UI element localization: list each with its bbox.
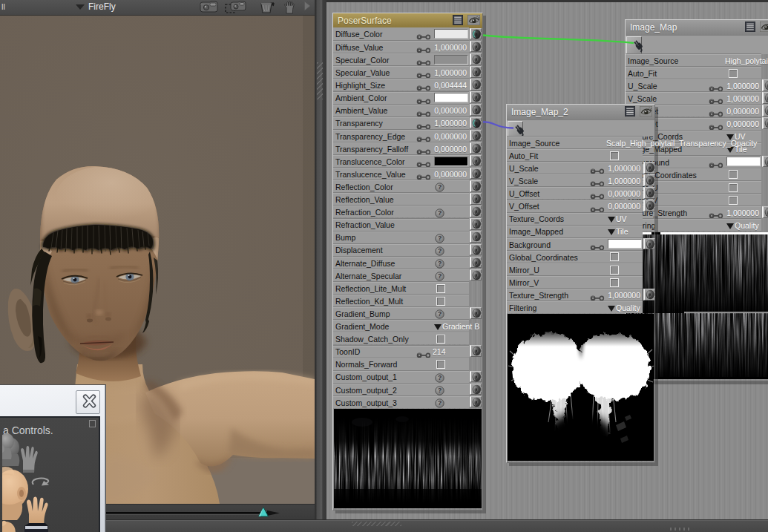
param-value[interactable]: 1,000000 — [726, 82, 759, 91]
connector-socket[interactable] — [470, 307, 482, 319]
flyout-icon[interactable] — [89, 420, 96, 427]
eye-icon[interactable] — [760, 22, 768, 33]
color-swatch[interactable] — [726, 157, 761, 166]
param-row-u_scale[interactable]: U_Scale1,000000 — [626, 79, 761, 91]
connector-socket[interactable] — [470, 168, 482, 180]
shader-node-area[interactable]: PoserSurfaceDiffuse_ColorDiffuse_Value1,… — [326, 0, 768, 519]
param-row-transparency_edge[interactable]: Transparency_Edge0,000000 — [333, 129, 469, 142]
checkbox[interactable] — [729, 196, 738, 205]
dropdown[interactable]: Quality — [608, 303, 640, 312]
checkbox[interactable] — [610, 266, 619, 275]
color-swatch[interactable] — [434, 29, 468, 39]
resize-grip-icon[interactable] — [352, 522, 401, 526]
param-row-texture_strength[interactable]: Texture_Strength1,000000 — [507, 288, 643, 301]
marquee-camera-icon[interactable] — [225, 1, 247, 16]
connector-socket[interactable] — [470, 231, 482, 243]
param-row-displacement[interactable]: Displacement? — [333, 243, 469, 256]
param-value[interactable]: 0,000000 — [434, 106, 467, 115]
param-row-image_source[interactable]: Image_SourceHigh_polytai — [626, 53, 761, 66]
checkbox[interactable] — [610, 151, 619, 160]
param-value[interactable]: 1,000000 — [608, 164, 640, 173]
param-row-background[interactable]: Background — [507, 237, 643, 250]
shader-node-image_map_2[interactable]: Image_Map_2Image_SourceScalp_High_polyta… — [506, 104, 655, 463]
param-row-ambient_value[interactable]: Ambient_Value0,000000 — [333, 104, 469, 116]
rotate-icon[interactable] — [33, 479, 49, 486]
param-row-custom_output_1[interactable]: Custom_output_1? — [333, 370, 469, 383]
panel-title-bar[interactable]: PoserSurface — [333, 13, 482, 28]
connector-socket[interactable] — [643, 238, 655, 250]
color-swatch[interactable] — [608, 239, 642, 249]
dropdown[interactable]: UV — [608, 214, 627, 223]
param-row-mirror_u[interactable]: Mirror_U — [507, 263, 643, 275]
param-value[interactable]: 0,000000 — [608, 189, 640, 198]
param-row-reflection_color[interactable]: Reflection_Color? — [333, 180, 469, 192]
param-value[interactable]: 0,000000 — [726, 107, 759, 116]
connector-socket[interactable] — [643, 200, 655, 211]
param-value[interactable]: 1,000000 — [434, 43, 467, 52]
checkbox[interactable] — [610, 278, 619, 287]
param-row-alternate_diffuse[interactable]: Alternate_Diffuse? — [333, 256, 469, 269]
param-row-reflection_kd_mult[interactable]: Reflection_Kd_Mult — [333, 294, 469, 306]
connector-socket[interactable] — [762, 92, 768, 104]
param-value[interactable]: Scalp_High_polytail_Transparency_Opacity — [606, 139, 757, 148]
param-value[interactable]: 1,000000 — [726, 208, 759, 217]
hand-camera-2-icon[interactable] — [2, 521, 16, 532]
checkbox[interactable] — [729, 170, 738, 179]
node-plug-icon[interactable] — [626, 36, 642, 55]
list-icon[interactable] — [453, 15, 465, 26]
connector-socket[interactable] — [762, 105, 768, 116]
param-value[interactable]: 1,000000 — [434, 119, 467, 128]
camera-heads-icon[interactable] — [2, 433, 19, 466]
connector-socket[interactable] — [470, 104, 482, 116]
param-row-diffuse_color[interactable]: Diffuse_Color — [333, 27, 469, 40]
renderer-dropdown[interactable]: FireFly — [76, 1, 116, 13]
param-row-reflection_value[interactable]: Reflection_Value — [333, 192, 469, 205]
param-row-custom_output_3[interactable]: Custom_output_3? — [333, 395, 469, 408]
connector-socket[interactable] — [470, 130, 482, 142]
list-icon[interactable] — [745, 22, 757, 33]
param-value[interactable]: High_polytai — [725, 56, 768, 65]
param-row-ambient_color[interactable]: Ambient_Color — [333, 91, 469, 104]
param-row-auto_fit[interactable]: Auto_Fit — [626, 66, 761, 79]
param-row-specular_color[interactable]: Specular_Color — [333, 53, 469, 65]
color-swatch[interactable] — [434, 157, 468, 166]
color-swatch[interactable] — [434, 55, 468, 65]
connector-socket[interactable] — [470, 41, 482, 53]
param-row-v_scale[interactable]: V_Scale1,000000 — [626, 91, 761, 104]
checkbox[interactable] — [729, 183, 738, 192]
camera-controls-icons[interactable] — [2, 431, 102, 532]
param-row-reflection_lite_mult[interactable]: Reflection_Lite_Mult — [333, 281, 469, 294]
param-row-refraction_color[interactable]: Refraction_Color? — [333, 205, 469, 217]
param-row-normals_forward[interactable]: Normals_Forward — [333, 358, 469, 370]
checkbox[interactable] — [729, 69, 738, 78]
param-row-highlight_size[interactable]: Highlight_Size0,004444 — [333, 78, 469, 91]
connector-socket[interactable] — [470, 53, 482, 65]
param-row-gradient_mode[interactable]: Gradient_ModeGradient B — [333, 319, 469, 332]
panel-arrow-icon[interactable] — [303, 1, 311, 14]
param-value[interactable]: 0,004444 — [434, 81, 467, 90]
posing-hand-icon[interactable] — [24, 496, 48, 532]
param-value[interactable]: 1,000000 — [726, 94, 759, 103]
eye-icon[interactable] — [467, 15, 479, 26]
param-row-u_offset[interactable]: U_Offset0,000000 — [507, 186, 643, 199]
connector-socket[interactable] — [470, 79, 482, 91]
bucket-arrow-icon[interactable] — [259, 1, 278, 16]
param-row-global_coordinates[interactable]: Global_Coordinates — [507, 250, 643, 263]
connector-socket[interactable] — [470, 269, 482, 281]
param-row-custom_output_2[interactable]: Custom_output_2? — [333, 383, 469, 395]
param-row-translucence_value[interactable]: Translucence_Value0,000000 — [333, 167, 469, 180]
hand-icon[interactable] — [283, 1, 296, 17]
param-row-transparency_falloff[interactable]: Transparency_Falloff0,000000 — [333, 142, 469, 154]
param-row-image_mapped[interactable]: Image_MappedTile — [507, 225, 643, 237]
param-row-v_offset[interactable]: V_Offset0,000000 — [507, 200, 643, 212]
param-row-v_scale[interactable]: V_Scale1,000000 — [507, 174, 643, 186]
connector-socket[interactable] — [470, 218, 482, 230]
param-value[interactable]: 214 — [433, 347, 446, 356]
checkbox[interactable] — [436, 335, 445, 344]
camera-icon[interactable] — [199, 1, 219, 16]
face-camera-icon[interactable] — [2, 467, 28, 520]
list-icon[interactable] — [625, 106, 637, 117]
connector-socket[interactable] — [762, 79, 768, 91]
panel-title-bar[interactable]: Image_Map — [626, 20, 768, 35]
param-row-texture_coords[interactable]: Texture_CoordsUV — [507, 212, 643, 225]
